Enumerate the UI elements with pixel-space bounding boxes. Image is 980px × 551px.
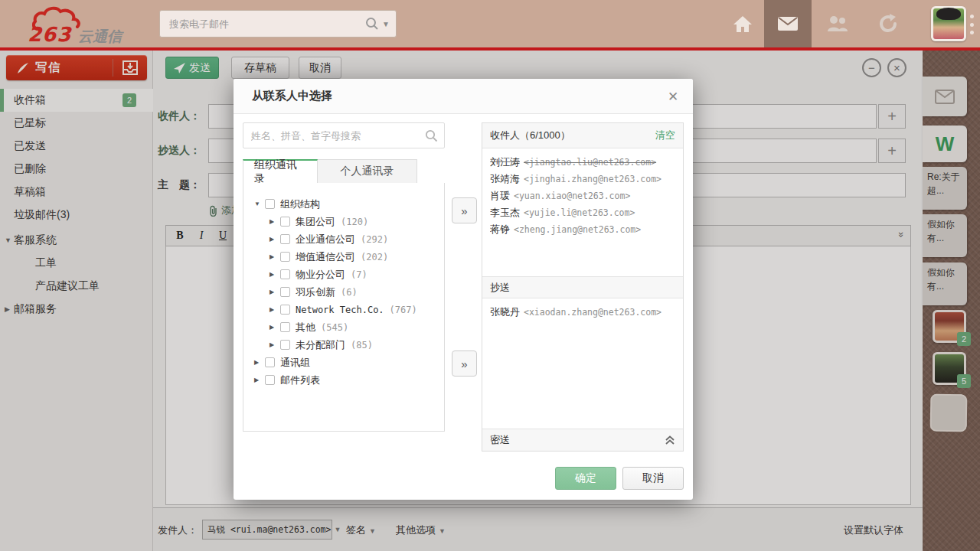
ok-label: 确定 (575, 471, 596, 485)
collapse-bcc-icon[interactable] (665, 435, 675, 445)
tree-node[interactable]: ▶ 企业通信公司 (292) (254, 230, 444, 248)
expand-arrow-icon[interactable]: ▶ (270, 306, 280, 313)
tree-node[interactable]: ▶ Network Tech.Co. (767) (254, 301, 444, 318)
recipient-name: 刘江涛 (490, 155, 520, 169)
checkbox[interactable] (280, 322, 290, 332)
checkbox[interactable] (280, 234, 290, 244)
tree-node-label: 其他 (296, 321, 315, 334)
tree-node-groups[interactable]: ▶ 通讯组 (254, 354, 444, 371)
recipient-item[interactable]: 肖瑗 <yuan.xiao@net263.com> (490, 187, 675, 204)
recipient-item[interactable]: 张靖海 <jinghai.zhang@net263.com> (490, 171, 675, 187)
recipient-name: 肖瑗 (490, 189, 510, 203)
move-to-cc-button[interactable]: » (452, 350, 477, 377)
tree-node-count: (7) (351, 269, 368, 280)
expand-arrow-icon[interactable]: ▶ (270, 289, 280, 295)
app-window: 263 云通信 ▼ (0, 0, 980, 551)
account-menu-icon[interactable] (970, 15, 975, 34)
home-nav-icon[interactable] (723, 0, 763, 47)
checkbox[interactable] (280, 287, 290, 297)
bcc-header: 密送 (482, 429, 683, 451)
expand-arrow-icon[interactable]: ▶ (270, 236, 280, 243)
tree-node[interactable]: ▶ 其他 (545) (254, 318, 444, 336)
recipient-item[interactable]: 刘江涛 <jiangtao.liu@net263.com> (490, 154, 675, 171)
cc-header-label: 抄送 (490, 281, 510, 295)
tree-node-label: 邮件列表 (280, 373, 320, 387)
checkbox[interactable] (280, 305, 290, 315)
user-avatar[interactable] (931, 6, 966, 41)
selected-panel: 收件人（6/1000） 清空 刘江涛 <jiangtao.liu@net263.… (482, 122, 684, 452)
tree-node-label: 未分配部门 (296, 338, 345, 352)
checkbox[interactable] (280, 252, 290, 262)
tree-node[interactable]: ▶ 增值通信公司 (202) (254, 248, 444, 266)
tree-node-label: 羽乐创新 (296, 285, 335, 299)
recipient-item[interactable]: 李玉杰 <yujie.li@net263.com> (490, 204, 675, 221)
recipient-email: <jinghai.zhang@net263.com> (524, 174, 662, 184)
recipient-item[interactable]: 蒋铮 <zheng.jiang@net263.com> (490, 221, 675, 238)
search-scope-caret-icon[interactable]: ▼ (382, 20, 390, 28)
select-contacts-dialog: 从联系人中选择 ✕ 组织通讯录 个人通讯录 ▼ 组织结构 ▶ 集团公司 (234, 79, 693, 500)
dialog-close-icon[interactable]: ✕ (664, 87, 682, 106)
checkbox[interactable] (280, 340, 290, 350)
expand-arrow-icon[interactable]: ▶ (270, 324, 280, 331)
expand-arrow-icon[interactable]: ▶ (254, 359, 265, 366)
dialog-cancel-button[interactable]: 取消 (622, 467, 684, 490)
tree-node-count: (85) (351, 340, 373, 350)
addressbook-tabs: 组织通讯录 个人通讯录 (243, 159, 417, 184)
recipient-name: 张靖海 (490, 172, 520, 186)
move-to-recipients-button[interactable]: » (452, 197, 477, 223)
sync-nav-icon[interactable] (868, 0, 908, 47)
tree-node[interactable]: ▶ 物业分公司 (7) (254, 266, 444, 283)
mail-nav-icon[interactable] (764, 0, 812, 47)
contacts-nav-icon[interactable] (818, 0, 858, 47)
tree-node[interactable]: ▶ 未分配部门 (85) (254, 336, 444, 354)
tree-node[interactable]: ▶ 羽乐创新 (6) (254, 283, 444, 301)
contact-search-input[interactable] (251, 130, 425, 142)
search-icon (425, 129, 438, 142)
recipients-header: 收件人（6/1000） 清空 (482, 123, 683, 148)
top-header: 263 云通信 ▼ (0, 0, 980, 47)
expand-arrow-icon[interactable]: ▶ (270, 253, 280, 260)
tree-node-count: (767) (390, 305, 417, 315)
checkbox[interactable] (265, 199, 275, 209)
recipient-email: <zheng.jiang@net263.com> (514, 224, 641, 235)
checkbox[interactable] (265, 375, 275, 385)
tab-personal-addressbook[interactable]: 个人通讯录 (318, 159, 417, 184)
tree-node-label: 企业通信公司 (296, 233, 355, 246)
search-icon[interactable] (365, 17, 379, 31)
org-tree-panel: ▼ 组织结构 ▶ 集团公司 (120) ▶ 企业通信公司 (292) ▶ 增值通… (243, 183, 445, 432)
dialog-title: 从联系人中选择 (252, 89, 332, 103)
cc-item[interactable]: 张晓丹 <xiaodan.zhang@net263.com> (490, 304, 675, 321)
tab-org-addressbook[interactable]: 组织通讯录 (243, 159, 318, 184)
recipient-email: <yujie.li@net263.com> (524, 207, 635, 218)
tree-node-label: 通讯组 (280, 356, 310, 370)
tree-node-label: 物业分公司 (296, 268, 345, 282)
header-search-input[interactable] (169, 18, 365, 30)
checkbox[interactable] (280, 269, 290, 279)
tree-node-label: 集团公司 (296, 215, 335, 229)
tree-node-maillists[interactable]: ▶ 邮件列表 (254, 371, 444, 389)
dialog-ok-button[interactable]: 确定 (555, 467, 616, 490)
tree-node-count: (545) (321, 322, 348, 333)
checkbox[interactable] (280, 217, 290, 227)
expand-arrow-icon[interactable]: ▶ (270, 218, 280, 225)
bcc-header-label: 密送 (490, 433, 510, 447)
brand-logo[interactable]: 263 云通信 (11, 5, 149, 44)
tree-node-count: (6) (341, 287, 358, 298)
tree-node-root[interactable]: ▼ 组织结构 (254, 195, 444, 213)
tab-label: 个人通讯录 (341, 165, 394, 178)
expand-arrow-icon[interactable]: ▶ (254, 377, 265, 383)
clear-all-link[interactable]: 清空 (655, 129, 675, 142)
checkbox[interactable] (265, 357, 275, 367)
expand-arrow-icon[interactable]: ▶ (270, 341, 280, 348)
recipient-email: <xiaodan.zhang@net263.com> (524, 307, 662, 318)
header-search-box[interactable]: ▼ (159, 10, 397, 37)
avatar-photo (936, 8, 961, 20)
tab-label: 组织通讯录 (254, 158, 306, 186)
tree-node-label: 组织结构 (280, 197, 320, 211)
collapse-arrow-icon[interactable]: ▼ (254, 201, 265, 207)
recipient-name: 李玉杰 (490, 206, 520, 220)
expand-arrow-icon[interactable]: ▶ (270, 271, 280, 278)
contact-search-box[interactable] (243, 122, 445, 148)
dialog-titlebar: 从联系人中选择 ✕ (234, 79, 693, 114)
tree-node[interactable]: ▶ 集团公司 (120) (254, 213, 444, 230)
